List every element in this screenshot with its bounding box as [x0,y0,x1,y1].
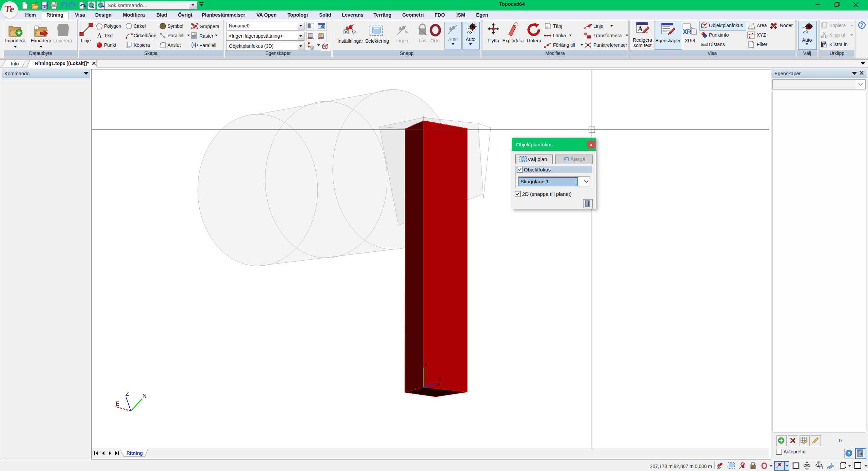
svg-text:?: ? [861,22,864,28]
svg-text:Z: Z [125,391,129,397]
svg-text:C: C [438,376,441,381]
svg-text:B: B [437,382,440,387]
svg-text:XR: XR [683,28,691,35]
svg-text:E: E [116,401,119,407]
svg-text:A: A [638,25,643,33]
svg-text:A: A [97,32,102,39]
svg-text:N: N [142,393,146,399]
svg-text:A: A [424,362,427,367]
svg-text:?: ? [848,451,850,456]
